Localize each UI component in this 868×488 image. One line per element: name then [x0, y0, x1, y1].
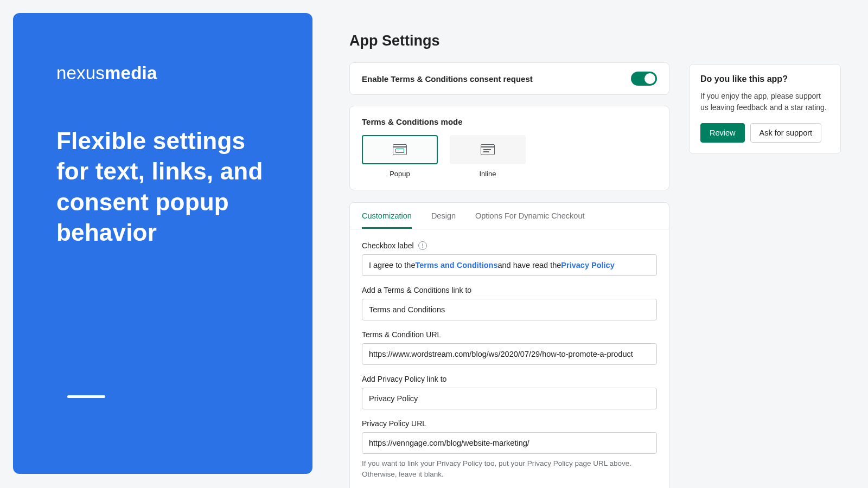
mode-tile-inline: [450, 135, 526, 164]
pp-url-label: Privacy Policy URL: [362, 419, 657, 428]
field-pp-linktext: Add Privacy Policy link to Privacy Polic…: [362, 375, 657, 409]
pp-url-helper: If you want to link your Privacy Policy …: [362, 458, 657, 479]
feedback-card: Do you like this app? If you enjoy the a…: [689, 64, 841, 154]
promo-underline: [67, 395, 105, 398]
tab-dynamic-checkout[interactable]: Options For Dynamic Checkout: [475, 211, 584, 229]
mode-card: Terms & Conditions mode Popup: [349, 106, 669, 190]
enable-consent-card: Enable Terms & Conditions consent reques…: [349, 62, 669, 95]
enable-consent-toggle[interactable]: [631, 72, 657, 86]
mode-label-popup: Popup: [390, 170, 410, 178]
cb-seg-pre: I agree to the: [369, 261, 415, 269]
inline-icon: [481, 144, 495, 155]
info-icon[interactable]: !: [418, 241, 427, 250]
pp-linktext-input[interactable]: Privacy Policy: [362, 388, 657, 409]
feedback-text: If you enjoy the app, please support us …: [700, 91, 829, 113]
field-pp-url: Privacy Policy URL https://venngage.com/…: [362, 419, 657, 479]
review-button[interactable]: Review: [700, 123, 745, 143]
cb-seg-link2: Privacy Policy: [561, 261, 614, 269]
brand-logo-light: nexus: [56, 63, 105, 83]
settings-card: Customization Design Options For Dynamic…: [349, 202, 669, 488]
tc-url-label: Terms & Condition URL: [362, 330, 657, 339]
mode-title: Terms & Conditions mode: [362, 117, 657, 126]
ask-support-button[interactable]: Ask for support: [750, 123, 822, 143]
tc-linktext-input[interactable]: Terms and Conditions: [362, 299, 657, 320]
field-checkbox-label: Checkbox label ! I agree to the Terms an…: [362, 241, 657, 276]
checkbox-label-input[interactable]: I agree to the Terms and Conditions and …: [362, 254, 657, 276]
pp-linktext-label: Add Privacy Policy link to: [362, 375, 657, 383]
mode-option-popup[interactable]: Popup: [362, 135, 438, 178]
tc-linktext-label: Add a Terms & Conditions link to: [362, 286, 657, 294]
tab-customization[interactable]: Customization: [362, 211, 412, 229]
tab-design[interactable]: Design: [431, 211, 456, 229]
promo-panel: nexusmedia Flexible settings for text, l…: [13, 13, 312, 474]
page-title: App Settings: [349, 33, 669, 49]
brand-logo: nexusmedia: [56, 63, 269, 84]
mode-option-inline[interactable]: Inline: [450, 135, 526, 178]
popup-icon: [393, 144, 407, 155]
mode-label-inline: Inline: [479, 170, 496, 178]
enable-consent-label: Enable Terms & Conditions consent reques…: [362, 74, 533, 84]
cb-seg-mid: and have read the: [497, 261, 561, 269]
promo-headline: Flexible settings for text, links, and c…: [56, 126, 269, 248]
toggle-knob: [644, 73, 655, 84]
field-tc-linktext: Add a Terms & Conditions link to Terms a…: [362, 286, 657, 320]
pp-url-input[interactable]: https://venngage.com/blog/website-market…: [362, 432, 657, 454]
checkbox-label-label: Checkbox label: [362, 241, 414, 250]
cb-seg-link1: Terms and Conditions: [415, 261, 497, 269]
brand-logo-bold: media: [105, 63, 157, 83]
tc-url-input[interactable]: https://www.wordstream.com/blog/ws/2020/…: [362, 343, 657, 365]
field-tc-url: Terms & Condition URL https://www.wordst…: [362, 330, 657, 365]
mode-tile-popup: [362, 135, 438, 164]
feedback-title: Do you like this app?: [700, 74, 829, 84]
tabs: Customization Design Options For Dynamic…: [350, 203, 669, 229]
